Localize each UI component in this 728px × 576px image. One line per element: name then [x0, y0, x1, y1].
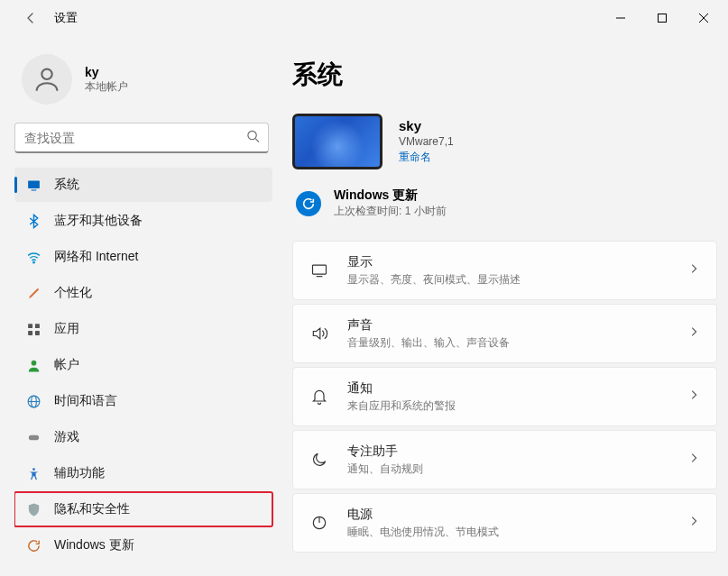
svg-rect-4: [31, 189, 36, 190]
nav-label: 网络和 Internet: [54, 249, 138, 265]
search-input[interactable]: [14, 123, 269, 153]
arrow-left-icon: [28, 14, 32, 23]
profile-sub: 本地帐户: [85, 79, 128, 95]
profile[interactable]: ky 本地帐户: [14, 43, 280, 123]
nav-accessibility[interactable]: 辅助功能: [14, 456, 272, 490]
svg-point-0: [41, 69, 51, 79]
update-text: Windows 更新 上次检查时间: 1 小时前: [334, 187, 447, 219]
nav-label: 游戏: [54, 429, 79, 445]
nav-label: Windows 更新: [54, 537, 134, 553]
card-sub: 音量级别、输出、输入、声音设备: [347, 335, 669, 351]
nav-system[interactable]: 系统: [14, 168, 272, 202]
person-icon: [25, 357, 41, 373]
bell-icon: [309, 388, 329, 406]
settings-cards: 显示 显示器、亮度、夜间模式、显示描述 声音 音量级别、输出、输入、声音设备: [292, 241, 717, 553]
svg-point-15: [32, 468, 35, 471]
nav-label: 应用: [54, 321, 79, 337]
gamepad-icon: [25, 429, 41, 445]
card-title: 通知: [347, 380, 669, 397]
rename-link[interactable]: 重命名: [399, 150, 454, 165]
svg-point-1: [248, 131, 256, 139]
sidebar: ky 本地帐户 系统 蓝牙和其他设备: [0, 36, 280, 576]
card-sub: 显示器、亮度、夜间模式、显示描述: [347, 272, 669, 288]
svg-rect-7: [34, 324, 39, 328]
nav-label: 系统: [54, 177, 79, 193]
nav-gaming[interactable]: 游戏: [14, 420, 272, 454]
search-icon: [246, 130, 260, 147]
nav-network[interactable]: 网络和 Internet: [14, 240, 272, 274]
main-panel: 系统 sky VMware7,1 重命名 Windows 更新 上次检查时间: …: [280, 36, 728, 576]
card-body: 声音 音量级别、输出、输入、声音设备: [347, 317, 669, 351]
svg-rect-3: [28, 180, 40, 188]
card-notifications[interactable]: 通知 来自应用和系统的警报: [292, 367, 717, 426]
maximize-button[interactable]: [641, 4, 683, 32]
apps-icon: [25, 321, 41, 337]
settings-window: 设置 ky 本地帐户: [0, 0, 728, 576]
device-name: sky: [399, 118, 454, 133]
chevron-right-icon: [687, 325, 700, 342]
profile-text: ky 本地帐户: [85, 65, 128, 95]
card-body: 电源 睡眠、电池使用情况、节电模式: [347, 507, 669, 540]
card-body: 专注助手 通知、自动规则: [347, 443, 669, 477]
card-sub: 通知、自动规则: [347, 462, 669, 477]
titlebar-left: 设置: [4, 9, 78, 27]
close-icon: [699, 14, 708, 23]
card-body: 通知 来自应用和系统的警报: [347, 380, 669, 414]
maximize-icon: [659, 14, 667, 23]
svg-rect-6: [28, 324, 32, 328]
titlebar: 设置: [0, 0, 728, 36]
profile-name: ky: [85, 65, 128, 79]
svg-point-10: [31, 360, 36, 365]
device-info-row: sky VMware7,1 重命名: [292, 114, 717, 169]
card-title: 显示: [347, 254, 669, 270]
sound-icon: [309, 325, 329, 343]
nav-personalization[interactable]: 个性化: [14, 276, 272, 310]
card-body: 显示 显示器、亮度、夜间模式、显示描述: [347, 254, 669, 288]
card-sub: 睡眠、电池使用情况、节电模式: [347, 525, 669, 540]
update-title: Windows 更新: [334, 187, 447, 204]
card-title: 声音: [347, 317, 669, 334]
nav-label: 辅助功能: [54, 465, 105, 481]
chevron-right-icon: [687, 262, 700, 279]
nav-bluetooth[interactable]: 蓝牙和其他设备: [14, 204, 272, 238]
svg-line-2: [255, 139, 259, 142]
svg-rect-8: [28, 330, 32, 334]
wifi-icon: [25, 249, 41, 265]
svg-rect-14: [28, 434, 38, 440]
card-display[interactable]: 显示 显示器、亮度、夜间模式、显示描述: [292, 241, 717, 300]
card-power[interactable]: 电源 睡眠、电池使用情况、节电模式: [292, 493, 717, 553]
nav-label: 隐私和安全性: [54, 501, 130, 517]
nav-apps[interactable]: 应用: [14, 312, 272, 346]
chevron-right-icon: [687, 389, 700, 405]
nav-accounts[interactable]: 帐户: [14, 348, 272, 382]
card-focus-assist[interactable]: 专注助手 通知、自动规则: [292, 430, 717, 489]
chevron-right-icon: [687, 515, 700, 531]
close-button[interactable]: [683, 4, 724, 32]
window-controls: [600, 4, 724, 32]
device-thumbnail: [292, 114, 382, 169]
card-sound[interactable]: 声音 音量级别、输出、输入、声音设备: [292, 304, 717, 363]
brush-icon: [25, 285, 41, 301]
content: ky 本地帐户 系统 蓝牙和其他设备: [0, 36, 728, 576]
nav-privacy-security[interactable]: 隐私和安全性: [14, 492, 272, 526]
power-icon: [309, 514, 329, 532]
nav-label: 时间和语言: [54, 393, 117, 409]
nav-time-language[interactable]: 时间和语言: [14, 384, 272, 418]
nav-windows-update[interactable]: Windows 更新: [14, 528, 272, 562]
svg-point-5: [32, 261, 33, 262]
device-info: sky VMware7,1 重命名: [399, 118, 454, 165]
display-icon: [309, 261, 329, 279]
card-sub: 来自应用和系统的警报: [347, 398, 669, 414]
back-button[interactable]: [22, 9, 40, 27]
update-icon: [25, 537, 41, 553]
person-icon: [32, 64, 62, 95]
nav: 系统 蓝牙和其他设备 网络和 Internet 个性化 应用: [14, 168, 280, 562]
nav-label: 蓝牙和其他设备: [54, 213, 143, 229]
nav-label: 帐户: [54, 357, 79, 373]
chevron-right-icon: [687, 452, 700, 468]
search-box: [14, 123, 269, 153]
windows-update-row[interactable]: Windows 更新 上次检查时间: 1 小时前: [292, 187, 717, 219]
svg-rect-9: [34, 330, 39, 334]
sync-icon: [296, 191, 321, 216]
minimize-button[interactable]: [600, 4, 641, 32]
